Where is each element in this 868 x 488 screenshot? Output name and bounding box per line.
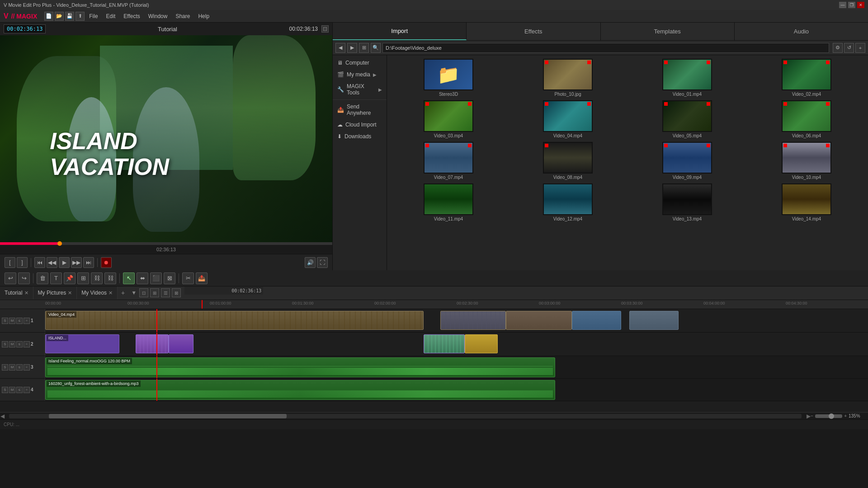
- track-3-expand[interactable]: ÷: [24, 364, 30, 371]
- timeline-view-3-icon[interactable]: ☰: [161, 288, 170, 297]
- search-button[interactable]: 🔍: [371, 43, 381, 53]
- delete-button[interactable]: 🗑: [37, 272, 48, 284]
- file-video10[interactable]: Video_10.mp4: [749, 142, 864, 180]
- scroll-left-button[interactable]: ◀: [0, 413, 5, 419]
- file-video04[interactable]: Video_04.mp4: [510, 100, 626, 138]
- fullscreen-icon[interactable]: ⛶: [317, 257, 328, 268]
- track-3-solo[interactable]: S: [2, 364, 8, 371]
- link-button[interactable]: ⛓: [91, 272, 103, 284]
- timeline-tab-my-videos[interactable]: My Videos ✕: [77, 286, 118, 299]
- timeline-view-4-icon[interactable]: ⊠: [172, 288, 181, 297]
- progress-bar-container[interactable]: [0, 242, 332, 245]
- tab-audio[interactable]: Audio: [735, 23, 868, 40]
- clip-audio-1[interactable]: Island Feeling_normal.mxoOGG 120.00 BPM: [45, 357, 555, 377]
- next-frame-button[interactable]: ▶▶: [71, 257, 82, 268]
- timeline-ruler[interactable]: 00:00:00 00:00:30:00 00:01:00:00 00:01:3…: [0, 300, 868, 309]
- track-3-mute[interactable]: M: [9, 364, 15, 371]
- play-button[interactable]: ▶: [59, 257, 70, 268]
- select-tool[interactable]: ↖: [123, 272, 135, 284]
- zoom-out-icon[interactable]: −: [811, 413, 813, 418]
- nav-cloud-import[interactable]: ☁ Cloud Import: [333, 119, 387, 131]
- timeline-view-2-icon[interactable]: ⊞: [150, 288, 159, 297]
- menu-window[interactable]: Window: [145, 12, 171, 20]
- file-video14[interactable]: Video_14.mp4: [749, 183, 864, 221]
- track-4-mute[interactable]: M: [9, 387, 15, 393]
- file-video05[interactable]: Video_05.mp4: [629, 100, 745, 138]
- window-controls[interactable]: — ❐ ✕: [839, 2, 864, 8]
- mark-out-button[interactable]: ]: [17, 257, 28, 268]
- cut-button[interactable]: ✂: [182, 272, 194, 284]
- razor-tool[interactable]: ⊠: [164, 272, 175, 284]
- nav-my-media[interactable]: 🎬 My media ▶: [333, 69, 387, 80]
- tutorial-tab-close[interactable]: ✕: [24, 290, 28, 296]
- menu-help[interactable]: Help: [194, 12, 213, 20]
- clip-t2-orange[interactable]: [465, 334, 498, 353]
- clip-t1-2[interactable]: [440, 311, 506, 330]
- menu-edit[interactable]: Edit: [103, 12, 119, 20]
- file-video09[interactable]: Video_09.mp4: [629, 142, 745, 180]
- clip-t2-purple2[interactable]: [169, 334, 193, 353]
- file-video02[interactable]: Video_02.mp4: [749, 59, 864, 97]
- new-file-icon[interactable]: 📄: [44, 12, 53, 21]
- trim-tool[interactable]: ⬌: [137, 272, 148, 284]
- redo-button[interactable]: ↪: [18, 272, 30, 284]
- audio-icon[interactable]: 🔊: [305, 257, 316, 268]
- export-button[interactable]: 📤: [196, 272, 208, 284]
- track-2-solo[interactable]: S: [2, 341, 8, 347]
- menu-file[interactable]: File: [85, 12, 101, 20]
- clip-t1-1[interactable]: Video_04.mp4: [45, 311, 424, 330]
- clip-t2-blue1[interactable]: [424, 334, 465, 353]
- clip-t1-gap1[interactable]: [572, 311, 621, 330]
- add-path-button[interactable]: +: [855, 43, 865, 53]
- export-icon[interactable]: ⬆: [75, 12, 85, 21]
- timeline-tab-my-pictures[interactable]: My Pictures ✕: [33, 286, 77, 299]
- clip-audio-2[interactable]: 160280_unfg_forest-ambient-with-a-birdso…: [45, 380, 555, 400]
- timeline-tab-dropdown[interactable]: ▼: [128, 286, 139, 299]
- scroll-thumb[interactable]: [49, 414, 287, 418]
- timeline-scrollbar[interactable]: ◀ ▶ − + 135%: [0, 412, 868, 419]
- undo-button[interactable]: ↩: [5, 272, 16, 284]
- split-tool[interactable]: ⬛: [150, 272, 162, 284]
- progress-handle[interactable]: [57, 241, 62, 246]
- nav-magix-tools[interactable]: 🔧 MAGIX Tools ▶: [333, 80, 387, 99]
- add-timeline-tab[interactable]: +: [118, 286, 128, 299]
- clip-t1-gap2[interactable]: [629, 311, 679, 330]
- file-video06[interactable]: Video_06.mp4: [749, 100, 864, 138]
- clip-t2-purple1[interactable]: [136, 334, 169, 353]
- timeline-playhead[interactable]: [202, 300, 203, 309]
- settings-button[interactable]: ⚙: [833, 43, 843, 53]
- nav-computer[interactable]: 🖥 Computer: [333, 57, 387, 69]
- file-video12[interactable]: Video_12.mp4: [510, 183, 626, 221]
- track-2-lock[interactable]: ≤: [16, 341, 23, 347]
- tab-templates[interactable]: Templates: [601, 23, 735, 40]
- unlink-button[interactable]: ⛓: [104, 272, 116, 284]
- grid-button[interactable]: ⊞: [77, 272, 89, 284]
- text-button[interactable]: T: [50, 272, 62, 284]
- track-4-solo[interactable]: S: [2, 387, 8, 393]
- path-bar[interactable]: D:\Footage\Video_deluxe: [382, 43, 829, 53]
- pin-button[interactable]: 📌: [64, 272, 75, 284]
- mark-in-button[interactable]: [: [5, 257, 15, 268]
- record-button[interactable]: ⏺: [101, 257, 112, 268]
- open-file-icon[interactable]: 📂: [55, 12, 64, 21]
- file-video07[interactable]: Video_07.mp4: [391, 142, 506, 180]
- file-photo10[interactable]: Photo_10.jpg: [510, 59, 626, 97]
- timeline-tab-tutorial[interactable]: Tutorial ✕: [0, 286, 33, 299]
- file-video13[interactable]: Video_13.mp4: [629, 183, 745, 221]
- prev-frame-button[interactable]: ◀◀: [47, 257, 57, 268]
- scroll-track[interactable]: [9, 414, 802, 418]
- zoom-slider[interactable]: [815, 414, 842, 418]
- timeline-view-1-icon[interactable]: ⊡: [139, 288, 148, 297]
- forward-button[interactable]: ▶: [347, 43, 357, 53]
- track-1-expand[interactable]: ÷: [24, 318, 30, 324]
- track-4-lock[interactable]: ≤: [16, 387, 23, 393]
- my-pictures-tab-close[interactable]: ✕: [68, 290, 72, 296]
- file-video03[interactable]: Video_03.mp4: [391, 100, 506, 138]
- save-icon[interactable]: 💾: [65, 12, 74, 21]
- file-video11[interactable]: Video_11.mp4: [391, 183, 506, 221]
- nav-send-anywhere[interactable]: 📤 Send Anywhere: [333, 101, 387, 119]
- track-2-mute[interactable]: M: [9, 341, 15, 347]
- track-1-lock[interactable]: ≤: [16, 318, 23, 324]
- nav-downloads[interactable]: ⬇ Downloads: [333, 131, 387, 142]
- track-1-mute[interactable]: M: [9, 318, 15, 324]
